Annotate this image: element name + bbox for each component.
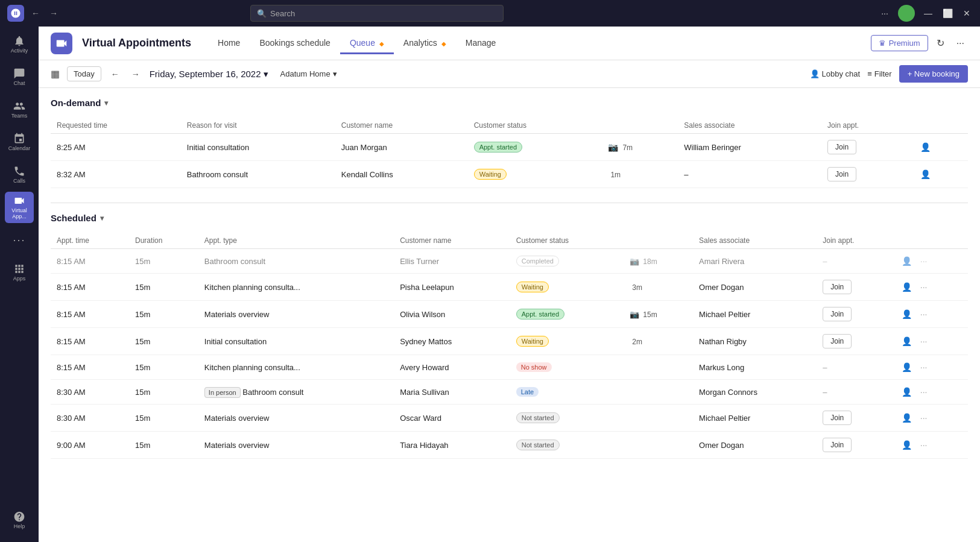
queue-badge-icon: ◆ — [379, 40, 384, 47]
action-icon-btn[interactable]: 👤 — [918, 141, 933, 153]
sidebar-item-more[interactable]: ··· — [5, 224, 34, 256]
more-options-row-btn[interactable]: ··· — [918, 281, 930, 293]
new-booking-button[interactable]: + New booking — [899, 65, 968, 83]
minimize-button[interactable]: — — [922, 8, 934, 18]
app-logo — [7, 5, 24, 22]
cell-join: Join — [817, 405, 893, 432]
user-avatar[interactable] — [898, 5, 915, 22]
cell-appt-time: 8:30 AM — [51, 380, 129, 405]
analytics-badge-icon: ◆ — [441, 40, 446, 47]
more-options-row-btn[interactable]: ··· — [918, 439, 930, 451]
more-options-row-btn[interactable]: ··· — [918, 308, 930, 320]
more-options-row-btn[interactable]: ··· — [918, 335, 930, 347]
cell-sales-associate: Omer Dogan — [693, 432, 817, 459]
sidebar-item-calendar[interactable]: Calendar — [5, 127, 34, 158]
sidebar-item-activity[interactable]: Activity — [5, 29, 34, 60]
filter-button[interactable]: ≡ Filter — [867, 69, 891, 78]
col-sched-timer — [624, 233, 693, 249]
next-date-button[interactable]: → — [129, 68, 142, 80]
action-icon-btn[interactable]: 👤 — [899, 255, 914, 267]
in-person-badge: In person — [204, 387, 241, 398]
join-button[interactable]: Join — [823, 334, 852, 348]
action-icon-btn[interactable]: 👤 — [899, 281, 914, 293]
on-demand-section-header[interactable]: On-demand ▾ — [51, 98, 968, 110]
premium-button[interactable]: ♛ Premium — [871, 35, 928, 51]
status-badge: Not started — [516, 440, 560, 450]
toolbar-right-actions: 👤 Lobby chat ≡ Filter + New booking — [810, 65, 968, 83]
col-sched-customer-name: Customer name — [394, 233, 510, 249]
col-duration: Duration — [129, 233, 198, 249]
cell-appt-time: 9:00 AM — [51, 432, 129, 459]
sidebar-item-calls[interactable]: Calls — [5, 159, 34, 191]
cell-customer-name: Olivia Wilson — [394, 301, 510, 328]
action-icon-btn[interactable]: 👤 — [918, 168, 933, 180]
sidebar-item-apps-label: Apps — [13, 276, 26, 282]
date-display[interactable]: Friday, September 16, 2022 ▾ — [150, 69, 268, 80]
join-button[interactable]: Join — [823, 307, 852, 321]
table-row: 8:15 AM 15m Kitchen planning consulta...… — [51, 355, 968, 380]
more-options-row-btn[interactable]: ··· — [918, 386, 930, 398]
lobby-chat-button[interactable]: 👤 Lobby chat — [810, 69, 861, 78]
more-options-btn[interactable]: ··· — [879, 8, 891, 18]
header-more-button[interactable]: ··· — [953, 36, 968, 51]
more-options-row-btn[interactable]: ··· — [918, 361, 930, 373]
sidebar-item-chat[interactable]: Chat — [5, 61, 34, 93]
sidebar-item-apps[interactable]: Apps — [5, 257, 34, 288]
today-button[interactable]: Today — [67, 66, 101, 81]
tab-bookings-schedule[interactable]: Bookings schedule — [250, 33, 340, 54]
cell-timer — [624, 405, 693, 432]
cell-timer: 📷15m — [624, 301, 693, 328]
forward-button[interactable]: → — [47, 7, 60, 19]
tab-home[interactable]: Home — [208, 33, 250, 54]
action-icon-btn[interactable]: 👤 — [899, 439, 914, 451]
action-icon-btn[interactable]: 👤 — [899, 361, 914, 373]
more-options-row-btn[interactable]: ··· — [918, 255, 930, 267]
back-button[interactable]: ← — [29, 7, 42, 19]
sidebar-item-virtual-app[interactable]: Virtual App... — [5, 192, 34, 223]
action-icon-btn[interactable]: 👤 — [899, 308, 914, 320]
scheduled-section-header[interactable]: Scheduled ▾ — [51, 213, 968, 225]
join-button[interactable]: Join — [827, 167, 856, 181]
cell-status: Not started — [510, 405, 624, 432]
cell-customer-name: Kendall Collins — [335, 161, 468, 188]
action-icon-btn[interactable]: 👤 — [899, 386, 914, 398]
join-button[interactable]: Join — [827, 140, 856, 154]
cell-actions: 👤 — [912, 161, 968, 188]
join-button[interactable]: Join — [823, 411, 852, 425]
table-row: 8:15 AM 15m Initial consultation Sydney … — [51, 328, 968, 355]
col-actions — [912, 118, 968, 134]
status-badge: Waiting — [474, 169, 507, 180]
cell-actions: 👤 ··· — [893, 249, 968, 274]
cell-join: Join — [817, 301, 893, 328]
col-appt-type: Appt. type — [198, 233, 394, 249]
sidebar-item-teams[interactable]: Teams — [5, 94, 34, 125]
tab-analytics[interactable]: Analytics ◆ — [394, 33, 456, 54]
sidebar-item-help[interactable]: Help — [5, 505, 34, 536]
cell-customer-name: Tiara Hidayah — [394, 432, 510, 459]
cell-appt-type: Materials overview — [198, 301, 394, 328]
more-options-row-btn[interactable]: ··· — [918, 412, 930, 424]
join-button[interactable]: Join — [823, 280, 852, 294]
camera-icon: 📷 — [630, 257, 639, 266]
cell-appt-type: Kitchen planning consulta... — [198, 355, 394, 380]
join-dash: – — [823, 363, 827, 372]
cell-duration: 15m — [129, 355, 198, 380]
cell-sales-associate: William Beringer — [678, 134, 821, 161]
location-picker[interactable]: Adatum Home ▾ — [280, 69, 337, 78]
header-actions: ♛ Premium ↻ ··· — [871, 35, 968, 51]
tab-queue[interactable]: Queue ◆ — [340, 33, 394, 54]
timer: 2m — [632, 338, 642, 346]
cell-duration: 15m — [129, 274, 198, 301]
maximize-button[interactable]: ⬜ — [941, 8, 953, 18]
tab-manage[interactable]: Manage — [456, 33, 506, 54]
prev-date-button[interactable]: ← — [109, 68, 122, 80]
join-button[interactable]: Join — [823, 438, 852, 452]
action-icon-btn[interactable]: 👤 — [899, 335, 914, 347]
cell-status: Not started — [510, 432, 624, 459]
sidebar-item-virtual-label: Virtual App... — [5, 208, 34, 220]
refresh-button[interactable]: ↻ — [933, 35, 948, 51]
status-badge: No show — [516, 362, 552, 372]
action-icon-btn[interactable]: 👤 — [899, 412, 914, 424]
search-bar[interactable]: 🔍 Search — [250, 5, 504, 22]
close-button[interactable]: ✕ — [961, 8, 973, 18]
